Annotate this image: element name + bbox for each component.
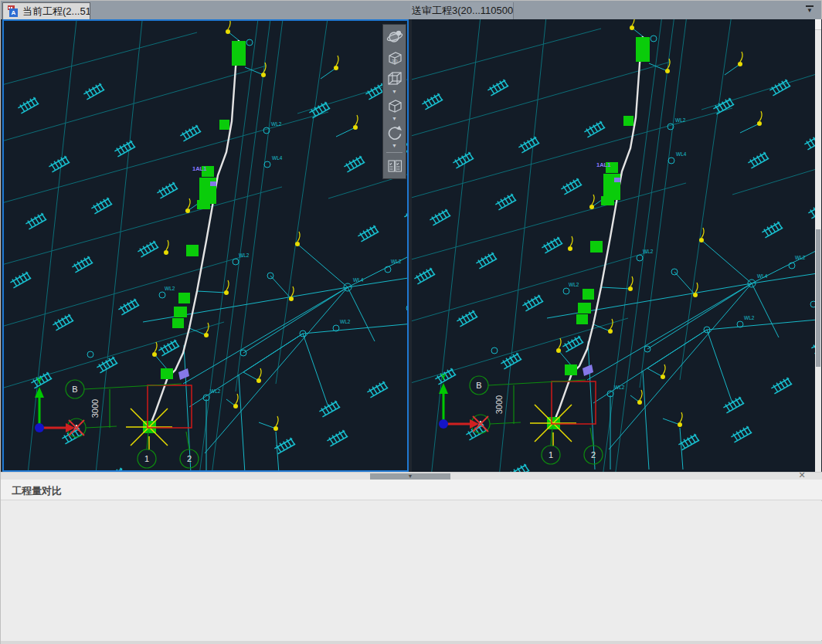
view-3d-cube-icon[interactable]: 3D <box>385 48 404 68</box>
right-viewport-scrollbar[interactable] <box>815 19 821 472</box>
current-project-canvas[interactable] <box>4 21 407 470</box>
toolbar-separator <box>386 152 403 153</box>
viewport-tab-bar: A 当前工程(2...51231) 送审工程3(20...1105003 ▼ <box>1 1 821 19</box>
view-toolbar: 3D ▼ ▼ <box>382 24 406 179</box>
comparison-panel: ✓ 自动标记工程量修改 ✓ 只选择对量图元 构件类型 当前工程 送审工程 <box>1 501 822 640</box>
wireframe-cube-icon[interactable] <box>385 69 404 89</box>
viewport-container: 3D ▼ ▼ <box>1 19 822 472</box>
svg-text:3D: 3D <box>392 59 398 63</box>
review-project-canvas[interactable] <box>412 19 817 472</box>
solid-cube-icon[interactable] <box>385 96 404 116</box>
splitter-handle[interactable]: ▼ <box>370 473 450 480</box>
current-project-viewport[interactable]: 3D ▼ ▼ <box>2 19 409 472</box>
tab-label: 送审工程3(20...1105003 <box>412 4 514 18</box>
panel-splitter[interactable]: ▼ <box>1 472 822 480</box>
window-bottom-edge <box>1 641 822 644</box>
wireframe-cube-dropdown-icon[interactable]: ▼ <box>385 89 404 95</box>
tab-review-project[interactable]: 送审工程3(20...1105003 <box>410 2 514 19</box>
rotate-view-icon[interactable] <box>385 123 404 143</box>
tab-list-dropdown-icon[interactable]: ▼ <box>804 5 815 15</box>
orbit-3d-icon[interactable] <box>385 27 404 47</box>
rotate-view-dropdown-icon[interactable]: ▼ <box>385 143 404 149</box>
scrollbar-thumb[interactable] <box>816 229 820 367</box>
tab-current-project[interactable]: A 当前工程(2...51231) <box>2 2 90 19</box>
app-window: A 当前工程(2...51231) 送审工程3(20...1105003 ▼ <box>0 0 822 644</box>
tab-label: 当前工程(2...51231) <box>22 5 90 19</box>
review-project-viewport[interactable] <box>412 19 817 472</box>
panel-title: 工程量对比 <box>12 484 62 498</box>
drawing-file-icon: A <box>8 5 19 17</box>
solid-cube-dropdown-icon[interactable]: ▼ <box>385 116 404 122</box>
compare-list-icon[interactable] <box>385 156 404 176</box>
panel-title-bar: 工程量对比 <box>1 480 822 500</box>
